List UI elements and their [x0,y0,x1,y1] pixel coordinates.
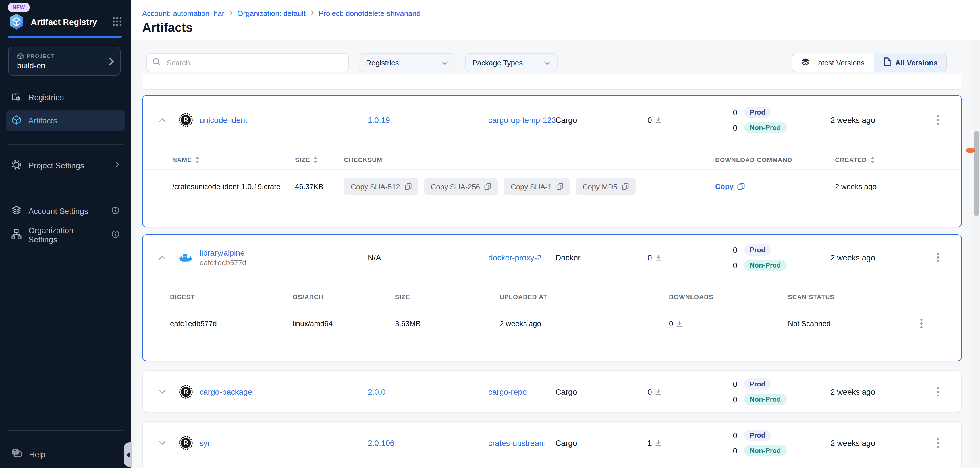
artifact-summary-row[interactable]: R cargo-package 2.0.0 cargo-repo Cargo 0… [143,371,961,413]
artifact-version-link[interactable]: 2.0.106 [368,438,394,447]
image-size: 3.63MB [395,319,421,328]
gear-icon [11,159,22,172]
search-input[interactable] [165,58,343,68]
sort-icon [195,156,200,163]
sidebar-item-help[interactable]: ? Help [6,444,125,465]
toolbar: Registries Package Types [131,40,980,74]
scan-status: Not Scanned [788,319,830,328]
artifact-card-cargo-package: R cargo-package 2.0.0 cargo-repo Cargo 0… [142,370,962,412]
breadcrumb-account-link[interactable]: Account: automation_har [142,9,224,18]
sidebar-item-artifacts[interactable]: Artifacts [6,110,125,131]
row-actions-kebab-icon[interactable] [932,113,944,127]
sidebar-item-project-settings[interactable]: Project Settings [6,155,125,176]
scrollbar-thumb[interactable] [974,131,979,216]
artifact-summary-row[interactable]: R unicode-ident 1.0.19 cargo-up-temp-123… [143,96,961,145]
sidebar-item-account-settings[interactable]: Account Settings [6,200,125,222]
copy-icon [622,183,629,190]
artifact-card-library-alpine: library/alpine eafc1edb577d N/A docker-p… [142,234,962,361]
downloads-count: 0 [648,387,662,396]
sidebar-divider [8,145,123,145]
row-actions-kebab-icon[interactable] [932,250,944,265]
expand-chevron-down-icon[interactable] [156,437,168,449]
artifact-summary-row[interactable]: R syn 2.0.106 crates-upstream Cargo 1 0 [143,422,961,464]
sidebar-item-registries[interactable]: Registries [6,86,125,108]
column-header-created[interactable]: CREATED [835,156,875,163]
artifact-name-link[interactable]: unicode-ident [199,115,247,124]
app-logo-cube-icon [8,13,25,30]
package-types-filter-dropdown[interactable]: Package Types [465,53,558,72]
column-header-os-arch: OS/ARCH [293,293,323,300]
column-header-uploaded-at: UPLOADED AT [500,293,547,300]
sidebar-item-organization-settings[interactable]: Organization Settings [6,224,125,246]
page-title: Artifacts [142,21,193,35]
document-icon [883,57,891,68]
app-window: NEW Artifact Registry [0,0,980,468]
artifact-repository-link[interactable]: cargo-repo [488,387,527,396]
row-actions-kebab-icon[interactable] [932,384,944,399]
scrollbar-track[interactable] [973,40,980,468]
page-header: Account: automation_har Organization: de… [131,0,980,40]
collapse-chevron-up-icon[interactable] [156,252,168,263]
created-time: 2 weeks ago [830,387,875,396]
breadcrumb-project-link[interactable]: Project: donotdelete-shivanand [318,9,420,18]
download-icon [655,388,662,395]
prod-badge: Prod [744,430,771,441]
artifact-summary-row[interactable]: library/alpine eafc1edb577d N/A docker-p… [143,235,961,280]
chevron-right-icon [229,9,233,18]
chevron-right-icon [108,57,114,68]
registries-folder-icon [11,91,22,103]
row-actions-kebab-icon[interactable] [915,316,928,331]
artifact-version-link[interactable]: 1.0.19 [368,115,390,124]
artifact-name-link[interactable]: cargo-package [199,387,252,396]
apps-grid-icon[interactable] [111,16,123,27]
copy-sha1-button[interactable]: Copy SHA-1 [504,178,570,195]
artifact-repository-link[interactable]: crates-upstream [488,438,546,447]
breadcrumb-organization-link[interactable]: Organization: default [237,9,305,18]
all-versions-button[interactable]: All Versions [874,53,947,72]
layers-gear-icon [11,205,22,217]
collapse-left-arrow-icon [126,452,130,457]
files-table-header: NAME SIZE CHECKSUM DOWNLOAD COMMAND CR [143,155,961,164]
main-content: Account: automation_har Organization: de… [131,0,980,468]
cargo-rust-icon: R [179,113,193,127]
brand-row: Artifact Registry [8,13,123,31]
column-header-size[interactable]: SIZE [295,156,318,163]
artifact-repository-link[interactable]: cargo-up-temp-123 [488,115,556,124]
file-row: /cratesunicode-ident-1.0.19.crate 46.37K… [143,170,961,203]
collapse-chevron-up-icon[interactable] [156,114,168,126]
copy-sha256-button[interactable]: Copy SHA-256 [424,178,498,195]
downloads-count: 0 [648,115,662,124]
project-label: PROJECT [17,53,55,60]
downloads-count: 0 [648,253,662,262]
artifact-name-link[interactable]: syn [199,438,212,447]
file-name: /cratesunicode-ident-1.0.19.crate [172,182,280,191]
copy-sha512-button[interactable]: Copy SHA-512 [344,178,418,195]
cargo-rust-icon: R [179,385,193,399]
artifact-card-unicode-ident: R unicode-ident 1.0.19 cargo-up-temp-123… [142,95,962,228]
docker-whale-icon [179,251,193,264]
column-header-digest: DIGEST [170,293,195,300]
digest-link[interactable]: eafc1edb577d [170,319,217,328]
layers-icon [802,58,810,67]
artifact-version-link[interactable]: 2.0.0 [368,387,385,396]
expand-chevron-down-icon[interactable] [156,386,168,398]
project-selector[interactable]: PROJECT build-en [8,47,121,76]
sidebar-collapse-handle[interactable] [124,443,132,467]
os-arch: linux/amd64 [293,319,332,328]
registries-filter-dropdown[interactable]: Registries [359,53,455,72]
artifact-repository-link[interactable]: docker-proxy-2 [488,253,541,262]
new-badge: NEW [8,3,30,12]
copy-md5-button[interactable]: Copy MD5 [576,178,636,195]
org-chart-gear-icon [11,229,22,241]
copy-download-command-link[interactable]: Copy [715,182,745,191]
svg-text:R: R [184,388,188,395]
info-icon[interactable] [111,230,119,240]
cargo-rust-icon: R [179,436,193,450]
info-icon[interactable] [111,206,119,216]
column-header-name[interactable]: NAME [172,156,200,163]
image-downloads: 0 [669,319,683,328]
artifact-name-link[interactable]: library/alpine [199,248,247,257]
latest-versions-button[interactable]: Latest Versions [792,53,874,72]
row-actions-kebab-icon[interactable] [932,436,944,450]
uploaded-at: 2 weeks ago [500,319,541,328]
